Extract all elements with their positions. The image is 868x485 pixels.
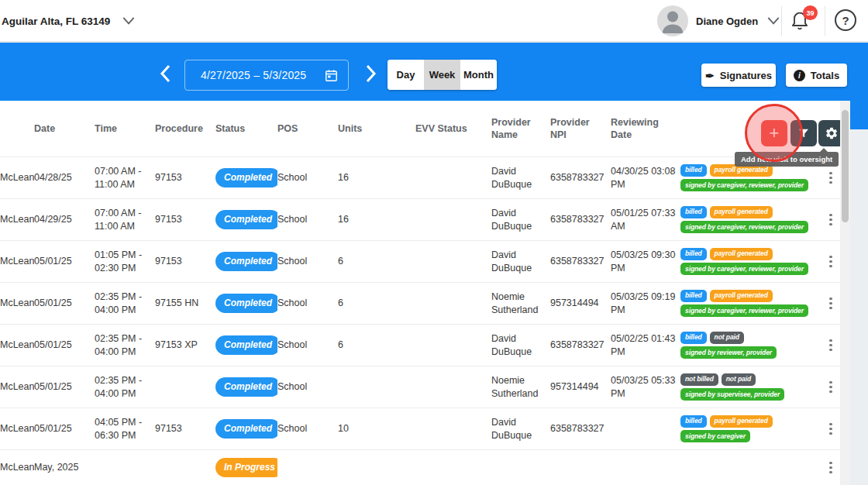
user-menu[interactable]: Diane Ogden: [657, 0, 781, 42]
client-name: McLean: [0, 297, 34, 310]
filter-button[interactable]: [790, 120, 817, 146]
provider-npi: 6358783327: [550, 422, 611, 435]
visit-time: 02:35 PM - 04:00 PM: [95, 332, 155, 359]
question-mark-icon: ?: [842, 14, 849, 27]
visits-table: Date Time Procedure Status POS Units EVV…: [0, 101, 850, 485]
status-badge: Completed: [215, 210, 277, 229]
col-reviewing-date: Reviewing Date: [611, 116, 680, 142]
visit-date: 04/28/25: [34, 171, 95, 184]
flag-badge: billed: [680, 415, 707, 428]
units-value: 6: [338, 255, 415, 268]
provider-name: David DuBuque: [491, 416, 550, 442]
provider-name: David DuBuque: [491, 249, 550, 275]
tab-month[interactable]: Month: [460, 60, 497, 90]
notifications-button[interactable]: 39: [789, 9, 815, 35]
flag-badge: billed: [680, 206, 707, 218]
kebab-menu-icon: [826, 420, 835, 439]
flag-badge: billed: [680, 248, 707, 260]
provider-name: David DuBuque: [491, 332, 550, 359]
kebab-menu-icon: [826, 294, 835, 313]
procedure-code: 97153: [155, 213, 215, 226]
kebab-menu-icon: [826, 211, 835, 229]
status-cell: Completed: [215, 294, 277, 312]
units-value: 10: [338, 422, 415, 435]
table-row: McLean 05/01/25 01:05 PM - 02:30 PM 9715…: [0, 240, 850, 282]
provider-name: Noemie Sutherland: [491, 374, 550, 401]
badge-line: not billednot paid: [680, 373, 811, 386]
flag-badge: payroll generated: [710, 206, 773, 218]
procedure-code: 97153: [155, 255, 215, 268]
table-row: McLean 04/28/25 07:00 AM - 11:00 AM 9715…: [0, 157, 850, 198]
signed-badge-line: signed by caregiver, reviewer, provider: [680, 263, 811, 275]
location-selector[interactable]: Aguilar Alta, FL 63149: [2, 0, 136, 42]
provider-npi: 6358783327: [550, 171, 611, 184]
signed-badge: signed by caregiver, reviewer, provider: [680, 179, 808, 191]
next-week-button chevron-right-icon[interactable]: [361, 63, 380, 84]
reviewing-date: 05/03/25 09:30 PM: [611, 249, 680, 275]
badges-cell: billedpayroll generated signed by caregi…: [680, 248, 816, 276]
tab-day[interactable]: Day: [388, 60, 424, 90]
badge-line: billedpayroll generated: [680, 290, 811, 302]
status-cell: Completed: [215, 335, 277, 354]
badges-cell: billedpayroll generated signed by caregi…: [680, 415, 816, 443]
help-button[interactable]: ?: [835, 9, 856, 31]
status-cell: Completed: [215, 210, 277, 229]
flag-badge: billed: [680, 290, 707, 302]
procedure-code: 97153: [155, 422, 215, 435]
prev-week-button chevron-left-icon[interactable]: [157, 63, 175, 84]
vertical-scrollbar[interactable]: [840, 101, 850, 485]
signed-badge: signed by caregiver, reviewer, provider: [680, 304, 808, 317]
tab-week[interactable]: Week: [424, 60, 460, 90]
reviewing-date: 05/03/25 09:19 PM: [611, 291, 680, 317]
provider-npi: 6358783327: [550, 255, 611, 268]
add-visit-button[interactable]: +: [761, 120, 787, 146]
view-switcher: Day Week Month: [388, 60, 497, 90]
reviewing-date: 04/30/25 03:08 PM: [611, 165, 680, 191]
client-name: McLean: [0, 339, 34, 352]
signed-badge-line: signed by caregiver, reviewer, provider: [680, 179, 811, 191]
visit-date: 05/01/25: [34, 297, 95, 310]
gear-icon: [825, 126, 839, 140]
provider-npi: 957314494: [550, 297, 611, 310]
table-header-row: Date Time Procedure Status POS Units EVV…: [0, 101, 850, 157]
table-row: McLean 05/01/25 04:05 PM - 06:30 PM 9715…: [0, 408, 850, 449]
totals-button[interactable]: i Totals: [786, 64, 847, 87]
status-cell: In Progress: [215, 458, 277, 476]
chevron-down-icon: [121, 15, 136, 26]
kebab-menu-icon: [826, 459, 835, 477]
col-status: Status: [215, 122, 277, 135]
badges-cell: not billednot paid signed by supervisee,…: [680, 373, 816, 401]
scrollbar-thumb[interactable]: [842, 110, 849, 222]
divider: [825, 6, 825, 36]
status-badge: Completed: [215, 419, 277, 438]
visit-time: 02:35 PM - 04:00 PM: [95, 374, 155, 401]
pos-value: School: [277, 339, 338, 352]
flag-badge: billed: [680, 332, 707, 344]
signatures-button[interactable]: ✒ Signatures: [701, 64, 776, 87]
visit-time: 07:00 AM - 11:00 AM: [95, 165, 155, 191]
visit-date: May, 2025: [34, 461, 95, 474]
table-row: McLean 05/01/25 02:35 PM - 04:00 PM 9715…: [0, 324, 850, 366]
signed-badge: signed by supervisee, provider: [680, 388, 784, 401]
kebab-menu-icon: [826, 336, 835, 355]
top-bar: Aguilar Alta, FL 63149 Diane Ogden 39 ?: [0, 0, 868, 42]
signed-badge-line: signed by caregiver: [680, 430, 811, 442]
date-range-picker[interactable]: 4/27/2025 – 5/3/2025: [184, 60, 349, 91]
badge-line: billedpayroll generated: [680, 206, 811, 218]
kebab-menu-icon: [826, 253, 835, 271]
flag-badge: payroll generated: [710, 415, 773, 428]
procedure-code: 97155 HN: [155, 297, 215, 310]
date-range-label: 4/27/2025 – 5/3/2025: [201, 69, 324, 81]
totals-label: Totals: [811, 70, 839, 81]
pos-value: School: [277, 380, 338, 394]
client-name: McLean: [0, 422, 34, 435]
kebab-menu-icon: [826, 378, 835, 397]
col-provider-npi: Provider NPI: [550, 116, 611, 142]
status-badge: Completed: [215, 335, 277, 354]
visit-date: 04/29/25: [34, 213, 95, 226]
signed-badge: signed by caregiver: [680, 430, 750, 442]
units-value: 16: [338, 171, 415, 184]
status-cell: Completed: [215, 168, 277, 187]
visit-date: 05/01/25: [34, 339, 95, 352]
notification-count-badge: 39: [803, 5, 818, 20]
